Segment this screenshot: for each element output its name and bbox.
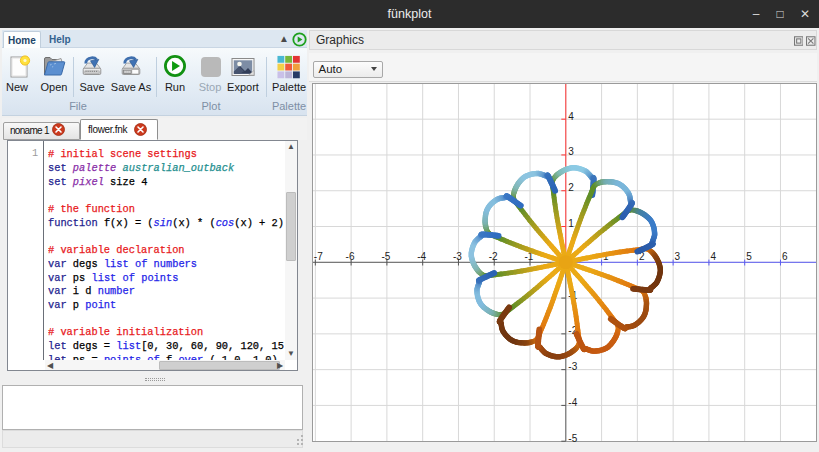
svg-text:-5: -5 [381, 251, 390, 262]
svg-text:4: 4 [568, 111, 574, 122]
svg-text:5: 5 [746, 251, 752, 262]
svg-text:1: 1 [568, 218, 574, 229]
svg-text:4: 4 [710, 251, 716, 262]
svg-text:-2: -2 [489, 251, 498, 262]
svg-text:-6: -6 [346, 251, 355, 262]
svg-text:-3: -3 [453, 251, 462, 262]
svg-text:3: 3 [568, 146, 574, 157]
svg-text:-5: -5 [568, 433, 577, 444]
svg-text:-3: -3 [568, 361, 577, 372]
svg-text:-4: -4 [417, 251, 426, 262]
svg-text:-4: -4 [568, 397, 577, 408]
svg-text:-7: -7 [314, 251, 323, 262]
svg-text:2: 2 [568, 182, 574, 193]
svg-text:3: 3 [675, 251, 681, 262]
svg-text:6: 6 [782, 251, 788, 262]
